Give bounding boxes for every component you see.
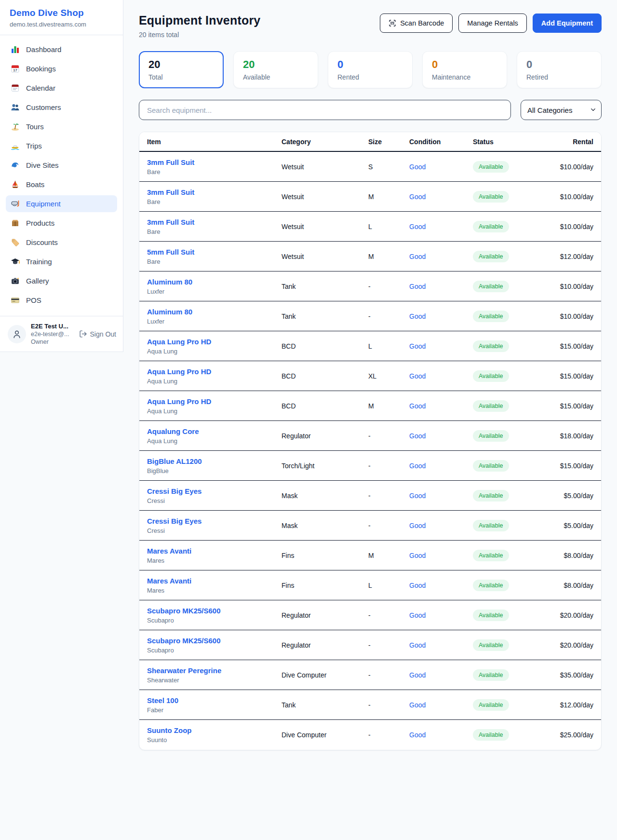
cell-status: Available [473, 550, 545, 561]
stat-value: 20 [243, 58, 308, 71]
stat-label: Rented [337, 73, 403, 81]
sidebar-item-dashboard[interactable]: Dashboard [6, 41, 117, 58]
sidebar-item-label: Discounts [26, 238, 58, 246]
cell-rental: $35.00/day [545, 671, 593, 679]
item-name-link[interactable]: Aqua Lung Pro HD [147, 397, 211, 406]
status-badge: Available [473, 639, 509, 651]
sidebar-item-products[interactable]: Products [6, 215, 117, 231]
sidebar-item-calendar[interactable]: Calendar [6, 80, 117, 96]
table-row[interactable]: Cressi Big EyesCressiMask-GoodAvailable$… [139, 481, 601, 511]
item-name-link[interactable]: Aqua Lung Pro HD [147, 338, 211, 346]
sidebar-item-pos[interactable]: POS [6, 292, 117, 309]
table-row[interactable]: Aqua Lung Pro HDAqua LungBCDLGoodAvailab… [139, 331, 601, 361]
table-row[interactable]: Aluminum 80LuxferTank-GoodAvailable$10.0… [139, 301, 601, 331]
status-badge: Available [473, 311, 509, 322]
stats-row: 20Total20Available0Rented0Maintenance0Re… [139, 51, 602, 88]
cell-size: - [368, 731, 409, 739]
item-name-link[interactable]: Aqua Lung Pro HD [147, 367, 211, 376]
category-select[interactable]: All Categories [521, 100, 602, 120]
table-row[interactable]: Aqualung CoreAqua LungRegulator-GoodAvai… [139, 421, 601, 451]
stat-card-retired[interactable]: 0Retired [517, 51, 602, 88]
cell-rental: $10.00/day [545, 163, 593, 171]
item-name-link[interactable]: Aluminum 80 [147, 278, 192, 286]
stat-card-total[interactable]: 20Total [139, 51, 224, 88]
table-row[interactable]: Aqua Lung Pro HDAqua LungBCDMGoodAvailab… [139, 391, 601, 421]
sidebar-item-equipment[interactable]: Equipment [6, 195, 117, 212]
table-row[interactable]: Scubapro MK25/S600ScubaproRegulator-Good… [139, 600, 601, 630]
cell-item: Aqua Lung Pro HDAqua Lung [147, 367, 282, 385]
cell-size: - [368, 492, 409, 500]
cell-item: 3mm Full SuitBare [147, 158, 282, 176]
table-row[interactable]: Mares AvantiMaresFinsMGoodAvailable$8.00… [139, 541, 601, 570]
sailboat-icon [11, 180, 20, 189]
table-row[interactable]: Cressi Big EyesCressiMask-GoodAvailable$… [139, 511, 601, 541]
sidebar-item-dive-sites[interactable]: Dive Sites [6, 157, 117, 174]
cell-category: BCD [282, 402, 368, 410]
item-name-link[interactable]: Aqualung Core [147, 427, 199, 435]
cell-rental: $15.00/day [545, 462, 593, 470]
table-row[interactable]: 3mm Full SuitBareWetsuitMGoodAvailable$1… [139, 182, 601, 212]
add-equipment-button[interactable]: Add Equipment [533, 14, 602, 33]
cell-rental: $15.00/day [545, 372, 593, 380]
table-row[interactable]: BigBlue AL1200BigBlueTorch/Light-GoodAva… [139, 451, 601, 481]
column-header-category: Category [282, 138, 368, 146]
item-name-link[interactable]: Mares Avanti [147, 577, 191, 585]
cell-item: Scubapro MK25/S600Scubapro [147, 607, 282, 624]
item-name-link[interactable]: Aluminum 80 [147, 308, 192, 316]
filters-row: All Categories [139, 100, 602, 120]
item-name-link[interactable]: Mares Avanti [147, 547, 191, 555]
stat-card-maintenance[interactable]: 0Maintenance [422, 51, 507, 88]
cell-condition: Good [409, 283, 473, 290]
table-row[interactable]: Suunto ZoopSuuntoDive Computer-GoodAvail… [139, 720, 601, 750]
table-row[interactable]: Aluminum 80LuxferTank-GoodAvailable$10.0… [139, 271, 601, 301]
table-row[interactable]: Scubapro MK25/S600ScubaproRegulator-Good… [139, 630, 601, 660]
scan-barcode-icon [389, 19, 396, 27]
cell-rental: $8.00/day [545, 552, 593, 559]
sign-out-button[interactable]: Sign Out [79, 330, 116, 338]
item-name-link[interactable]: 3mm Full Suit [147, 218, 194, 226]
sidebar-item-trips[interactable]: Trips [6, 137, 117, 154]
table-row[interactable]: 3mm Full SuitBareWetsuitSGoodAvailable$1… [139, 152, 601, 182]
sidebar-item-label: Training [26, 257, 52, 266]
stat-card-available[interactable]: 20Available [233, 51, 318, 88]
sidebar-item-gallery[interactable]: Gallery [6, 272, 117, 289]
sidebar-item-bookings[interactable]: 17Bookings [6, 60, 117, 77]
item-brand: Luxfer [147, 288, 282, 295]
table-row[interactable]: 5mm Full SuitBareWetsuitMGoodAvailable$1… [139, 242, 601, 271]
sidebar-item-training[interactable]: Training [6, 253, 117, 270]
item-name-link[interactable]: 3mm Full Suit [147, 188, 194, 196]
credit-card-icon [11, 296, 20, 305]
table-row[interactable]: 3mm Full SuitBareWetsuitLGoodAvailable$1… [139, 212, 601, 242]
item-name-link[interactable]: Cressi Big Eyes [147, 487, 201, 495]
item-name-link[interactable]: Scubapro MK25/S600 [147, 607, 221, 615]
stat-label: Retired [526, 73, 592, 81]
table-row[interactable]: Shearwater PeregrineShearwaterDive Compu… [139, 660, 601, 690]
item-name-link[interactable]: Shearwater Peregrine [147, 666, 221, 675]
stat-card-rented[interactable]: 0Rented [328, 51, 413, 88]
table-row[interactable]: Steel 100FaberTank-GoodAvailable$12.00/d… [139, 690, 601, 720]
dive-mask-icon [11, 199, 20, 208]
cell-rental: $10.00/day [545, 283, 593, 290]
item-name-link[interactable]: Cressi Big Eyes [147, 517, 201, 525]
sidebar-item-discounts[interactable]: Discounts [6, 234, 117, 251]
stat-label: Total [148, 73, 214, 81]
item-name-link[interactable]: Steel 100 [147, 696, 178, 705]
sidebar-item-tours[interactable]: Tours [6, 118, 117, 135]
cell-size: - [368, 611, 409, 619]
item-name-link[interactable]: BigBlue AL1200 [147, 457, 202, 465]
sidebar-item-customers[interactable]: Customers [6, 99, 117, 116]
user-box: E2E Test U... e2e-tester@... Owner Sign … [0, 316, 123, 352]
item-name-link[interactable]: Suunto Zoop [147, 726, 191, 734]
scan-barcode-button[interactable]: Scan Barcode [380, 14, 453, 33]
item-name-link[interactable]: 3mm Full Suit [147, 158, 194, 166]
table-row[interactable]: Mares AvantiMaresFinsLGoodAvailable$8.00… [139, 570, 601, 600]
manage-rentals-button[interactable]: Manage Rentals [458, 14, 527, 33]
cell-item: Shearwater PeregrineShearwater [147, 666, 282, 684]
cell-category: Wetsuit [282, 223, 368, 230]
table-row[interactable]: Aqua Lung Pro HDAqua LungBCDXLGoodAvaila… [139, 361, 601, 391]
sidebar-item-boats[interactable]: Boats [6, 176, 117, 193]
item-name-link[interactable]: 5mm Full Suit [147, 248, 194, 256]
item-name-link[interactable]: Scubapro MK25/S600 [147, 637, 221, 645]
cell-size: - [368, 671, 409, 679]
search-input[interactable] [139, 100, 511, 120]
